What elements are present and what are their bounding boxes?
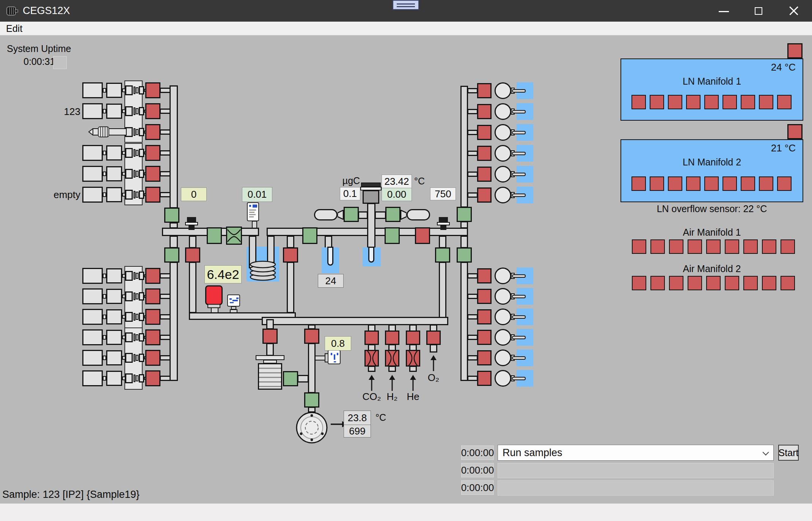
- valve-trap-bypass[interactable]: [283, 247, 298, 263]
- vessel-valve[interactable]: [477, 268, 492, 283]
- close-button[interactable]: [776, 0, 811, 22]
- valve-left-manifold-bottom[interactable]: [164, 247, 179, 263]
- valve-main-right2[interactable]: [415, 227, 430, 244]
- maximize-button[interactable]: [741, 0, 776, 22]
- ln-valve[interactable]: [741, 176, 755, 191]
- sample-port-valve[interactable]: [145, 187, 160, 203]
- valve-right-manifold-top[interactable]: [457, 207, 472, 222]
- air-valve[interactable]: [632, 239, 646, 254]
- regulator-co2-icon[interactable]: [364, 350, 379, 367]
- vessel-valve[interactable]: [477, 350, 492, 365]
- air-valve[interactable]: [706, 239, 721, 254]
- sample-port-valve[interactable]: [145, 309, 160, 325]
- sample-port-valve[interactable]: [145, 124, 160, 140]
- valve-bellows-link[interactable]: [283, 371, 298, 386]
- sample-port-valve[interactable]: [145, 370, 160, 386]
- valve-right-manifold-bottom[interactable]: [457, 247, 472, 263]
- air-valve[interactable]: [762, 276, 776, 290]
- sample-port-valve[interactable]: [145, 166, 160, 182]
- air-valve[interactable]: [650, 239, 665, 254]
- ln-valve[interactable]: [650, 176, 664, 191]
- ln-valve[interactable]: [631, 176, 646, 191]
- valve-main-center[interactable]: [302, 227, 317, 244]
- ln-valve[interactable]: [777, 95, 792, 109]
- air-valve[interactable]: [781, 239, 795, 254]
- valve-bellows[interactable]: [262, 329, 278, 344]
- valve-main-right1[interactable]: [385, 227, 400, 244]
- regulator-h2-icon[interactable]: [385, 350, 399, 367]
- air-valve[interactable]: [632, 276, 646, 290]
- sample-port-valve[interactable]: [145, 103, 160, 119]
- regulator-he-icon[interactable]: [406, 350, 420, 367]
- valve-pump[interactable]: [304, 329, 319, 344]
- arrow-up-icon: [368, 375, 375, 391]
- air-valve[interactable]: [725, 239, 739, 254]
- drag-handle[interactable]: [393, 0, 419, 10]
- ln-valve[interactable]: [631, 95, 646, 109]
- menu-edit[interactable]: Edit: [6, 22, 22, 35]
- valve-vacuum-branch[interactable]: [185, 247, 200, 263]
- valve-upper-left[interactable]: [344, 207, 359, 222]
- ln-valve[interactable]: [741, 95, 755, 109]
- ln1-supply-valve[interactable]: [787, 43, 803, 58]
- vessel-valve[interactable]: [477, 330, 492, 345]
- vessel-valve[interactable]: [477, 83, 492, 98]
- valve-co2[interactable]: [364, 331, 379, 345]
- action-dropdown[interactable]: Run samples: [498, 445, 774, 461]
- i: [397, 3, 415, 5]
- sample-port-valve[interactable]: [145, 350, 160, 366]
- bowtie-valve-icon[interactable]: [226, 227, 242, 245]
- vessel-valve[interactable]: [477, 371, 492, 386]
- sample-port-row: [81, 348, 181, 368]
- air-valve[interactable]: [669, 276, 683, 290]
- sample-port-valve[interactable]: [145, 288, 160, 304]
- ln-valve[interactable]: [759, 176, 773, 191]
- vessel-valve[interactable]: [477, 146, 492, 161]
- ln-valve[interactable]: [686, 176, 700, 191]
- ln-valve[interactable]: [668, 176, 682, 191]
- air-valve[interactable]: [743, 276, 758, 290]
- valve-upper-right[interactable]: [385, 207, 401, 222]
- valve-h2[interactable]: [385, 331, 399, 345]
- sample-port-valve[interactable]: [145, 268, 160, 284]
- air-valve[interactable]: [669, 239, 683, 254]
- vessel-valve[interactable]: [477, 104, 492, 119]
- valve-main-left[interactable]: [207, 227, 222, 244]
- ln-valve[interactable]: [686, 95, 700, 109]
- valve-roughing[interactable]: [435, 247, 450, 263]
- start-button[interactable]: Start: [778, 445, 799, 461]
- valve-he[interactable]: [406, 331, 420, 345]
- ln-valve[interactable]: [704, 176, 719, 191]
- fitting: [134, 128, 135, 136]
- valve-turbo[interactable]: [304, 392, 319, 408]
- air-valve[interactable]: [725, 276, 739, 290]
- ln-valve[interactable]: [722, 176, 737, 191]
- sample-port-valve[interactable]: [145, 145, 160, 161]
- sample-port-valve[interactable]: [145, 329, 160, 345]
- ln2-supply-valve[interactable]: [787, 124, 803, 139]
- air-valve[interactable]: [781, 276, 795, 290]
- air-valve[interactable]: [743, 239, 758, 254]
- vessel-valve[interactable]: [477, 125, 492, 140]
- ln-valve[interactable]: [722, 95, 737, 109]
- ln-valve[interactable]: [777, 176, 792, 191]
- air-valve[interactable]: [706, 276, 721, 290]
- sample-port-valve[interactable]: [145, 82, 160, 98]
- ln-valve[interactable]: [668, 95, 682, 109]
- air-valve[interactable]: [688, 276, 702, 290]
- minimize-button[interactable]: [706, 0, 741, 22]
- em: [249, 214, 256, 215]
- vessel-valve[interactable]: [477, 167, 492, 182]
- air-valve[interactable]: [762, 239, 776, 254]
- valve-left-manifold-top[interactable]: [164, 208, 179, 223]
- vessel-valve[interactable]: [477, 289, 492, 304]
- ln-valve[interactable]: [704, 95, 719, 109]
- air-valve[interactable]: [650, 276, 665, 290]
- ln-valve[interactable]: [650, 95, 664, 109]
- chevron-down-icon: [763, 449, 769, 456]
- vessel-valve[interactable]: [477, 187, 492, 203]
- vessel-valve[interactable]: [477, 309, 492, 324]
- ln-valve[interactable]: [759, 95, 773, 109]
- air-valve[interactable]: [688, 239, 702, 254]
- valve-o2[interactable]: [426, 331, 441, 345]
